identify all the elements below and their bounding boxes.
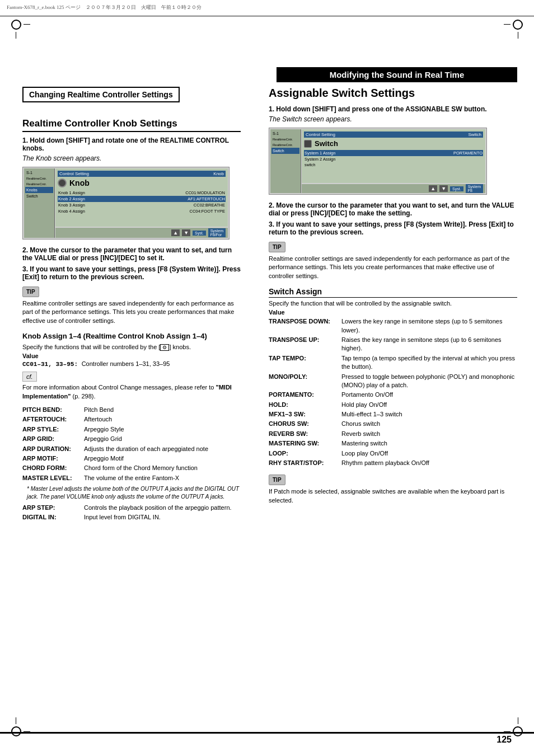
tip-text-right: Realtime controller settings are saved i…: [269, 255, 517, 280]
nav-realtime1: RealtimeCntr.: [25, 176, 53, 181]
specify-text: Specify the functions that will be contr…: [22, 344, 241, 350]
param-row: ARP DURATION: Adjusts the duration of ea…: [22, 444, 241, 454]
switch-assign-title: Switch Assign: [269, 287, 517, 298]
param-row: RHY START/STOP: Rhythm pattern playback …: [269, 458, 517, 468]
r-step1-bold: 1. Hold down [SHIFT] and press one of th…: [269, 105, 517, 113]
screen-btn-syst: Syst.: [193, 231, 206, 236]
switch-screen-footer: ▲ ▼ Syst. SystemF8: [302, 184, 485, 193]
left-column: Changing Realtime Controller Settings Re…: [0, 87, 257, 524]
param-row: REVERB SW: Reverb switch: [269, 429, 517, 439]
subsection-title: Realtime Controller Knob Settings: [22, 118, 241, 132]
r-value-label: Value: [269, 309, 517, 316]
nav-switch: Switch: [25, 193, 53, 199]
param-row: TRANSPOSE DOWN: Lowers the key range in …: [269, 317, 517, 335]
param-row: ARP GRID: Arpeggio Grid: [22, 434, 241, 444]
screen-footer: ▲ ▼ Syst. SystemF8/For: [55, 228, 228, 238]
reg-mark-tr: [512, 20, 523, 31]
param-table-right: TRANSPOSE DOWN: Lowers the key range in …: [269, 317, 517, 468]
knob-screen-mockup: S-1 RealtimeCntr. RealtimeCntr. Knobs Sw…: [22, 167, 229, 240]
screen-nav-arrows: ▲ ▼: [171, 229, 190, 236]
nav-knobs: Knobs: [25, 187, 53, 193]
value-label: Value: [22, 353, 241, 359]
switch-btn-system: SystemF8: [466, 184, 483, 193]
knob-icon: [58, 179, 67, 187]
param-row: CHORUS SW: Chorus switch: [269, 419, 517, 429]
step1-italic: The Knob screen appears.: [22, 154, 241, 162]
screen-row-1: Knob 1 AssignCC01:MODULATION: [58, 190, 226, 196]
reg-mark-br: [512, 725, 523, 736]
assignable-title: Assignable Switch Settings: [269, 87, 517, 100]
param-row: MASTERING SW: Mastering switch: [269, 439, 517, 448]
param-row: MONO/POLY: Pressed to toggle between pol…: [269, 372, 517, 391]
tip-text-left: Realtime controller settings are saved i…: [22, 299, 241, 325]
param-row: MFX1–3 SW: Multi-effect 1–3 switch: [269, 410, 517, 419]
tip-label-right: TIP: [269, 242, 285, 252]
r-step2-bold: 2. Move the cursor to the parameter that…: [269, 201, 517, 217]
param-row: ARP MOTIF: Arpeggio Motif: [22, 454, 241, 463]
switch-btn-syst: Syst.: [450, 186, 463, 191]
cf-text: For more information about Control Chang…: [22, 383, 241, 401]
param-row: LOOP: Loop play On/Off: [269, 449, 517, 458]
param-table-left2: ARP STEP: Controls the playback position…: [22, 503, 241, 523]
param-row: PORTAMENTO: Portamento On/Off: [269, 390, 517, 400]
screen-row-4: Knob 4 AssignCC04:FOOT TYPE: [58, 208, 226, 214]
knob-label: Knob: [69, 179, 90, 187]
param-row: HOLD: Hold play On/Off: [269, 400, 517, 410]
nav-s1: S-1: [25, 170, 53, 176]
reg-mark-tl: [11, 20, 22, 31]
param-row: AFTERTOUCH: Aftertouch: [22, 415, 241, 424]
switch-row-1: System 1 AssignPORTAMENTO: [304, 150, 483, 156]
screen-row-2: Knob 2 AssignAF1:AFTERTOUCH: [58, 196, 226, 202]
page-header: Fantom-X678_r_e.book 125 ページ ２００７年３月２０日 …: [0, 0, 534, 16]
tip2-text-right: If Patch mode is selected, assignable sw…: [269, 487, 517, 505]
section-box-title: Changing Realtime Controller Settings: [22, 87, 180, 102]
page-number: 125: [496, 735, 512, 745]
param-row: ARP STYLE: Arpeggio Style: [22, 425, 241, 434]
param-row: DIGITAL IN: Input level from DIGITAL IN.: [22, 513, 241, 522]
switch-screen-nav: S-1 RealtimeCntr. RealtimeCntr. Switch: [270, 129, 301, 193]
step1-bold: 1. Hold down [SHIFT] and rotate one of t…: [22, 137, 241, 152]
r-step1-italic: The Switch screen appears.: [269, 115, 517, 123]
switch-assign-desc: Specify the function that will be contro…: [269, 300, 517, 307]
screen-subtitle: Knob: [213, 171, 224, 176]
screen-nav: S-1 RealtimeCntr. RealtimeCntr. Knobs Sw…: [24, 168, 55, 238]
value-code: CC01–31, 33–95: Controller numbers 1–31,…: [22, 360, 241, 368]
right-column: Assignable Switch Settings 1. Hold down …: [257, 87, 534, 524]
header-text: Fantom-X678_r_e.book 125 ページ ２００７年３月２０日 …: [7, 4, 202, 11]
switch-screen-main: Control Setting Switch Switch System 1 A…: [302, 129, 485, 183]
tip2-label-right: TIP: [269, 475, 285, 485]
r-step3-bold: 3. If you want to save your settings, pr…: [269, 220, 517, 236]
top-rule: [0, 16, 534, 17]
cf-box: cf.: [22, 372, 37, 382]
step3-bold: 3. If you want to save your settings, pr…: [22, 265, 241, 281]
screen-title: Control Setting: [59, 171, 89, 176]
param-row: ARP STEP: Controls the playback position…: [22, 503, 241, 513]
step2-bold: 2. Move the cursor to the parameter that…: [22, 246, 241, 262]
main-content: Changing Realtime Controller Settings Re…: [0, 87, 534, 524]
screen-main: Control Setting Knob Knob Knob 1 AssignC…: [55, 168, 228, 227]
param-table-left: PITCH BEND: Pitch Bend AFTERTOUCH: After…: [22, 405, 241, 483]
reg-mark-bl: [11, 725, 22, 736]
param-row: MASTER LEVEL: The volume of the entire F…: [22, 473, 241, 483]
param-row: TAP TEMPO: Tap tempo (a tempo specified …: [269, 354, 517, 372]
param-row: TRANSPOSE UP: Raises the key range in se…: [269, 335, 517, 354]
switch-col-label: switch: [304, 162, 483, 167]
footnote: * Master Level adjusts the volume both o…: [22, 485, 241, 501]
screen-btn-system: SystemF8/For: [208, 228, 226, 237]
switch-screen-mockup: S-1 RealtimeCntr. RealtimeCntr. Switch C…: [269, 128, 487, 195]
page-title: Modifying the Sound in Real Time: [277, 67, 517, 82]
tip-label-left: TIP: [22, 287, 39, 297]
param-row: PITCH BEND: Pitch Bend: [22, 405, 241, 415]
nav-realtime2: RealtimeCntr.: [25, 181, 53, 187]
switch-icon: [304, 140, 312, 148]
knob-assign-title: Knob Assign 1–4 (Realtime Control Knob A…: [22, 332, 241, 340]
switch-row-2: System 2 Assign: [304, 156, 483, 162]
bottom-rule: [0, 732, 534, 734]
param-row: CHORD FORM: Chord form of the Chord Memo…: [22, 463, 241, 473]
screen-row-3: Knob 3 AssignCC02:BREATHE: [58, 202, 226, 208]
screen-rows: Knob 1 AssignCC01:MODULATION Knob 2 Assi…: [58, 190, 226, 214]
switch-label: Switch: [315, 139, 338, 148]
